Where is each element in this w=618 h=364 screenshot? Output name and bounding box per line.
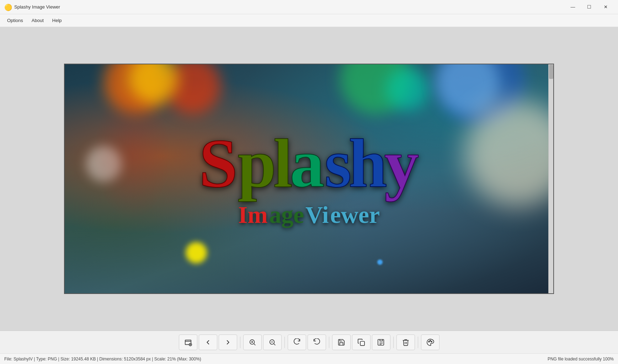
scrollbar-right[interactable] <box>548 64 553 293</box>
title-bar: 🟡 Splashy Image Viewer — ☐ ✕ <box>0 0 618 14</box>
next-button[interactable] <box>219 334 237 350</box>
close-button[interactable]: ✕ <box>597 1 614 13</box>
svg-line-3 <box>254 344 255 345</box>
window-controls: — ☐ ✕ <box>565 1 614 13</box>
title-bar-left: 🟡 Splashy Image Viewer <box>4 4 60 11</box>
separator-4 <box>393 337 394 348</box>
status-right: PNG file loaded successfully 100% <box>548 357 614 362</box>
svg-line-7 <box>274 344 275 345</box>
status-bar: File: SplashyIV | Type: PNG | Size: 1924… <box>0 353 618 364</box>
separator-2 <box>284 337 285 348</box>
zoom-in-button[interactable] <box>243 334 262 350</box>
copy-button[interactable] <box>352 334 371 350</box>
toolbar <box>0 331 618 353</box>
menu-about[interactable]: About <box>27 16 48 25</box>
main-content: S pl a sh y Im age Vi <box>0 27 618 353</box>
status-left: File: SplashyIV | Type: PNG | Size: 1924… <box>4 357 201 362</box>
svg-rect-9 <box>360 341 364 346</box>
image-container: S pl a sh y Im age Vi <box>64 64 554 294</box>
open-button[interactable] <box>179 334 197 350</box>
app-icon: 🟡 <box>4 4 11 11</box>
minimize-button[interactable]: — <box>565 1 581 13</box>
menu-help[interactable]: Help <box>48 16 66 25</box>
image-area: S pl a sh y Im age Vi <box>0 27 618 331</box>
separator-5 <box>418 337 418 348</box>
scrollbar-thumb[interactable] <box>549 65 553 79</box>
separator-3 <box>329 337 329 348</box>
maximize-button[interactable]: ☐ <box>581 1 597 13</box>
rotate-right-button[interactable] <box>288 334 306 350</box>
palette-button[interactable] <box>421 334 439 350</box>
rotate-left-button[interactable] <box>308 334 326 350</box>
zoom-out-button[interactable] <box>263 334 282 350</box>
save-button[interactable] <box>332 334 351 350</box>
splashy-image: S pl a sh y Im age Vi <box>65 64 553 293</box>
menu-options[interactable]: Options <box>3 16 27 25</box>
svg-point-12 <box>430 340 431 341</box>
prev-button[interactable] <box>199 334 217 350</box>
svg-point-11 <box>428 341 429 342</box>
window-title: Splashy Image Viewer <box>14 4 60 10</box>
svg-point-13 <box>431 341 432 342</box>
separator-1 <box>240 337 240 348</box>
menu-bar: Options About Help <box>0 14 618 27</box>
delete-button[interactable] <box>396 334 415 350</box>
save-as-button[interactable] <box>372 334 390 350</box>
splashy-text-container: S pl a sh y Im age Vi <box>65 64 553 293</box>
